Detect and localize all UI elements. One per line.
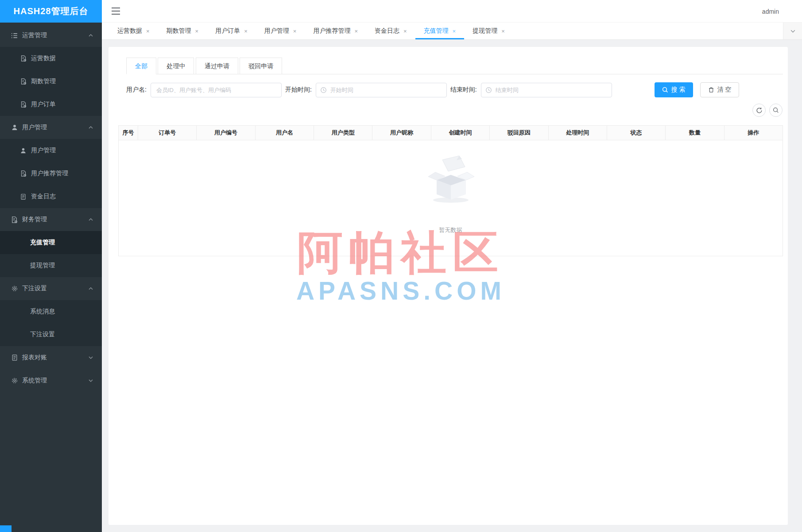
sidebar-group-label: 报表对账 [22,354,47,362]
start-time-label: 开始时间: [285,86,312,94]
subtab-approved[interactable]: 通过申请 [196,58,238,74]
table-header-row: 序号 订单号 用户编号 用户名 用户类型 用户昵称 创建时间 驳回原因 处理时间… [119,126,783,140]
doc-gear-icon [19,170,27,177]
search-icon[interactable] [769,104,783,117]
sidebar-item-fund-log[interactable]: 资金日志 [0,185,102,208]
sidebar-collapse-handle[interactable] [0,525,12,532]
tab-label: 资金日志 [375,27,399,35]
tab-label: 期数管理 [167,27,191,35]
close-icon[interactable]: × [293,28,297,34]
tab-label: 运营数据 [117,27,142,35]
chevron-down-icon [88,378,93,383]
sidebar-item-bet-settings[interactable]: 下注设置 [0,323,102,346]
sidebar-submenu-finance: 充值管理 提现管理 [0,231,102,277]
tab-recharge-management[interactable]: 充值管理 × [415,23,465,39]
doc-icon [11,354,18,362]
table-toolbar [108,104,783,117]
sidebar-item-user-management[interactable]: 用户管理 [0,139,102,162]
col-username: 用户名 [255,126,314,140]
username-label: 用户名: [126,86,147,94]
close-icon[interactable]: × [354,28,358,34]
sidebar-item-label: 提现管理 [30,262,55,270]
sidebar-group-user-management[interactable]: 用户管理 [0,116,102,139]
col-order-no: 订单号 [138,126,197,140]
sidebar-submenu-bet-settings: 系统消息 下注设置 [0,300,102,346]
gear-icon [11,377,18,385]
search-button[interactable]: 搜 索 [655,82,693,97]
close-icon[interactable]: × [453,28,456,34]
subtab-all[interactable]: 全部 [126,58,156,74]
empty-text: 暂无数据 [439,226,462,234]
start-time-input[interactable] [316,83,447,97]
tab-user-orders[interactable]: 用户订单 × [207,23,256,39]
sidebar-group-finance[interactable]: 财务管理 [0,208,102,231]
doc-icon [19,193,27,200]
sidebar-item-user-orders[interactable]: 用户订单 [0,93,102,116]
close-icon[interactable]: × [244,28,248,34]
username-input[interactable] [151,83,282,97]
tab-label: 充值管理 [424,27,449,35]
open-pages-tabbar: 运营数据 × 期数管理 × 用户订单 × 用户管理 × 用户推荐管理 × 资金日… [102,23,802,40]
chevron-down-icon [790,28,796,34]
subtab-processing[interactable]: 处理中 [158,58,194,74]
close-icon[interactable]: × [146,28,150,34]
status-subtabs: 全部 处理中 通过申请 驳回申请 [126,58,783,74]
tab-operation-data[interactable]: 运营数据 × [109,23,158,39]
hamburger-menu-icon[interactable] [112,8,120,15]
col-status: 状态 [607,126,665,140]
user-menu[interactable]: admin [762,0,779,23]
col-reject-reason: 驳回原因 [490,126,548,140]
tab-user-management[interactable]: 用户管理 × [256,23,305,39]
close-icon[interactable]: × [195,28,199,34]
top-header: admin [102,0,802,23]
sidebar-group-label: 财务管理 [22,216,47,224]
tab-user-referral[interactable]: 用户推荐管理 × [305,23,366,39]
sidebar-group-report[interactable]: 报表对账 [0,346,102,369]
app-logo: HASH28管理后台 [0,0,102,23]
sidebar-item-period-management[interactable]: 期数管理 [0,70,102,93]
filter-form: 用户名: 开始时间: 结束时间: 搜 索 清 空 [126,82,783,97]
tab-period-management[interactable]: 期数管理 × [158,23,207,39]
tab-label: 用户推荐管理 [313,27,350,35]
sidebar-item-system-message[interactable]: 系统消息 [0,300,102,323]
close-icon[interactable]: × [501,28,505,34]
col-processed-at: 处理时间 [548,126,607,140]
tab-fund-log[interactable]: 资金日志 × [366,23,415,39]
sidebar-group-operations[interactable]: 运营管理 [0,24,102,47]
sidebar-item-user-referral[interactable]: 用户推荐管理 [0,162,102,185]
sidebar-group-system[interactable]: 系统管理 [0,369,102,392]
gear-icon [11,285,18,293]
search-button-label: 搜 索 [671,86,686,94]
sidebar-submenu-user-management: 用户管理 用户推荐管理 资金日志 [0,139,102,208]
sidebar-item-label: 用户管理 [31,146,56,154]
doc-gear-icon [19,101,27,108]
sidebar-item-operation-data[interactable]: 运营数据 [0,47,102,70]
recharge-management-panel: 全部 处理中 通过申请 驳回申请 用户名: 开始时间: 结束时间: 搜 索 清 … [108,47,788,525]
col-amount: 数量 [666,126,724,140]
user-icon [19,147,27,154]
subtab-rejected[interactable]: 驳回申请 [240,58,282,74]
chevron-up-icon [88,125,93,130]
sidebar-item-label: 运营数据 [31,54,56,62]
tab-label: 用户管理 [264,27,289,35]
doc-gear-icon [19,78,27,85]
clear-button[interactable]: 清 空 [700,82,740,97]
tab-withdraw-management[interactable]: 提现管理 × [464,23,513,39]
sidebar-group-bet-settings[interactable]: 下注设置 [0,277,102,300]
col-user-no: 用户编号 [197,126,255,140]
chevron-up-icon [88,217,93,222]
end-time-input[interactable] [481,83,612,97]
chevron-up-icon [88,33,93,38]
chevron-down-icon [88,355,93,360]
user-icon [11,124,18,131]
trash-icon [708,87,714,93]
sidebar-submenu-operations: 运营数据 期数管理 用户订单 [0,47,102,116]
list-icon [11,32,18,39]
refresh-icon[interactable] [752,104,766,117]
tab-overflow-dropdown[interactable] [783,23,802,39]
sidebar-group-label: 运营管理 [22,31,47,39]
table-empty-state: 暂无数据 [118,140,783,256]
sidebar-item-recharge-management[interactable]: 充值管理 [0,231,102,254]
close-icon[interactable]: × [403,28,407,34]
sidebar-item-withdraw-management[interactable]: 提现管理 [0,254,102,277]
